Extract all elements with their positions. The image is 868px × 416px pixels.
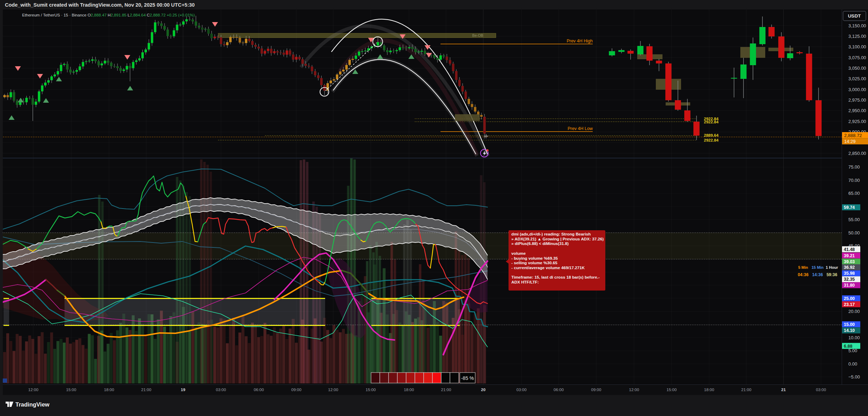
svg-text:23.17: 23.17 xyxy=(844,302,855,307)
svg-text:32.35: 32.35 xyxy=(844,277,855,282)
svg-text:65.00: 65.00 xyxy=(848,191,860,196)
svg-text:3,100.00: 3,100.00 xyxy=(848,44,866,49)
svg-text:15:00: 15:00 xyxy=(66,388,76,392)
svg-text:3,000.00: 3,000.00 xyxy=(848,87,866,92)
svg-text:70.00: 70.00 xyxy=(848,178,860,183)
svg-text:15 Min: 15 Min xyxy=(812,265,824,270)
svg-text:5.00: 5.00 xyxy=(848,348,857,353)
svg-text:55.00: 55.00 xyxy=(848,217,860,222)
svg-text:12:00: 12:00 xyxy=(28,388,39,392)
svg-text:03:00: 03:00 xyxy=(816,388,826,392)
svg-text:31.80: 31.80 xyxy=(844,283,855,288)
svg-text:20: 20 xyxy=(481,388,486,392)
svg-text:20.00: 20.00 xyxy=(848,309,860,314)
svg-text:14.10: 14.10 xyxy=(844,328,855,333)
svg-text:2922.84: 2922.84 xyxy=(704,138,719,142)
svg-text:volume: volume xyxy=(511,251,526,255)
svg-text:10.00: 10.00 xyxy=(848,335,860,340)
svg-text:15.00: 15.00 xyxy=(844,322,855,327)
svg-text:3,125.00: 3,125.00 xyxy=(848,34,866,39)
svg-text:USDT: USDT xyxy=(848,13,861,19)
svg-text:6.88: 6.88 xyxy=(844,344,852,349)
svg-text:09:00: 09:00 xyxy=(291,388,302,392)
svg-text:2,850.00: 2,850.00 xyxy=(848,151,866,156)
svg-text:Timeframe: 15, last di cross 1: Timeframe: 15, last di cross 18 bar(s) b… xyxy=(511,275,600,279)
svg-text:19: 19 xyxy=(181,388,186,392)
svg-text:21: 21 xyxy=(781,388,786,392)
svg-text:ADX HTF/LTF:: ADX HTF/LTF: xyxy=(511,280,539,284)
svg-text:18:00: 18:00 xyxy=(404,388,414,392)
svg-text:39.03: 39.03 xyxy=(844,259,855,264)
svg-text:39.21: 39.21 xyxy=(844,253,855,258)
svg-text:2,888.72: 2,888.72 xyxy=(844,133,862,138)
svg-text:- buying volume %69.35: - buying volume %69.35 xyxy=(511,256,558,260)
svg-text:21:00: 21:00 xyxy=(141,388,152,392)
svg-text:Prev 4H Low: Prev 4H Low xyxy=(567,126,593,131)
svg-text:14:29: 14:29 xyxy=(844,139,856,144)
svg-text:Prev 4H High: Prev 4H High xyxy=(567,39,593,43)
svg-text:59.74: 59.74 xyxy=(844,205,855,210)
svg-text:18:00: 18:00 xyxy=(104,388,114,392)
svg-text:Code_with_Sumit created with T: Code_with_Sumit created with TradingView… xyxy=(5,2,195,8)
svg-text:04:36: 04:36 xyxy=(798,272,809,277)
svg-text:3,150.00: 3,150.00 xyxy=(848,23,866,28)
svg-text:35.98: 35.98 xyxy=(844,271,855,276)
svg-text:- current/average volume 469/1: - current/average volume 469/17.271K xyxy=(511,265,585,270)
svg-text:21:00: 21:00 xyxy=(741,388,752,392)
svg-text:dmi (adx,di+/di-) reading: Str: dmi (adx,di+/di-) reading: Strong Bearis… xyxy=(511,232,591,236)
svg-text:» ADX(39.21) ▲ Growing | Previ: » ADX(39.21) ▲ Growing | Previous ADX: 3… xyxy=(511,237,604,241)
svg-text:50.00: 50.00 xyxy=(848,230,860,236)
svg-text:2922.84: 2922.84 xyxy=(704,120,719,124)
svg-text:09:00: 09:00 xyxy=(591,388,601,392)
svg-text:14:36: 14:36 xyxy=(812,272,823,277)
svg-text:15:00: 15:00 xyxy=(667,388,677,392)
svg-text:3,050.00: 3,050.00 xyxy=(848,66,866,71)
svg-text:» diPlus(6.88) < diMinus(31.8): » diPlus(6.88) < diMinus(31.8) xyxy=(511,241,568,246)
svg-text:Ethereum / TetherUS · 15 · Bin: Ethereum / TetherUS · 15 · Binance O2,88… xyxy=(22,13,195,17)
svg-text:03:00: 03:00 xyxy=(517,388,527,392)
svg-text:06:00: 06:00 xyxy=(554,388,564,392)
svg-text:15:00: 15:00 xyxy=(366,388,376,392)
svg-text:0.00: 0.00 xyxy=(848,361,857,367)
svg-text:1 Hour: 1 Hour xyxy=(826,265,839,270)
svg-text:TradingView: TradingView xyxy=(15,401,49,408)
svg-text:03:00: 03:00 xyxy=(216,388,226,392)
svg-text:12:00: 12:00 xyxy=(328,388,338,392)
svg-text:2889.64: 2889.64 xyxy=(704,133,719,137)
svg-text:2,950.00: 2,950.00 xyxy=(848,108,866,113)
svg-text:18:00: 18:00 xyxy=(704,388,714,392)
svg-text:5 Min: 5 Min xyxy=(798,265,808,270)
svg-text:12:00: 12:00 xyxy=(629,388,639,392)
svg-text:- selling volume %30.65: - selling volume %30.65 xyxy=(511,260,558,265)
svg-text:-85 %: -85 % xyxy=(461,375,474,381)
svg-text:21:00: 21:00 xyxy=(441,388,451,392)
svg-text:Be-OB: Be-OB xyxy=(472,33,483,37)
svg-text:2,925.00: 2,925.00 xyxy=(848,119,866,124)
svg-text:41.48: 41.48 xyxy=(844,247,855,252)
svg-text:59:36: 59:36 xyxy=(827,272,837,277)
svg-text:25.00: 25.00 xyxy=(844,296,855,301)
svg-text:−5.00: −5.00 xyxy=(848,374,860,380)
svg-text:3,025.00: 3,025.00 xyxy=(848,76,866,81)
svg-text:36.92: 36.92 xyxy=(844,265,855,270)
svg-text:75.00: 75.00 xyxy=(848,164,860,170)
svg-text:2,975.00: 2,975.00 xyxy=(848,97,866,103)
svg-text:3,075.00: 3,075.00 xyxy=(848,55,866,60)
svg-text:06:00: 06:00 xyxy=(254,388,264,392)
